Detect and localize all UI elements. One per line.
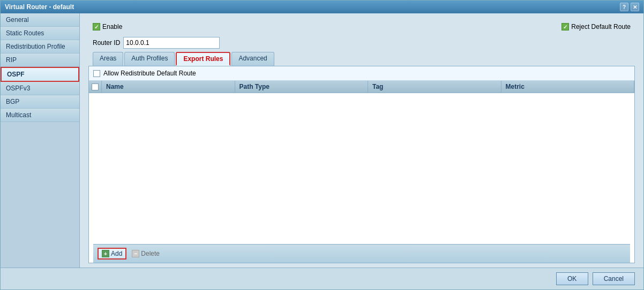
close-icon[interactable]: ✕ [631, 3, 639, 11]
bottom-toolbar: + Add − Delete [93, 244, 630, 263]
router-id-label: Router ID [93, 39, 120, 47]
tabs-container: Areas Auth Profiles Export Rules Advance… [88, 52, 635, 66]
footer: OK Cancel [1, 268, 643, 289]
sidebar: General Static Routes Redistribution Pro… [1, 13, 80, 268]
title-bar-icons: ? ✕ [620, 3, 639, 11]
main-window: Virtual Router - default ? ✕ General Sta… [0, 0, 644, 290]
reject-default-section: Reject Default Route [561, 23, 631, 30]
window-title: Virtual Router - default [5, 3, 74, 11]
table-col-tag: Tag [368, 81, 501, 93]
allow-redistribute-row: Allow Redistribute Default Route [89, 66, 634, 81]
table-col-path-type: Path Type [235, 81, 369, 93]
add-label: Add [111, 250, 122, 257]
tab-areas[interactable]: Areas [93, 52, 123, 66]
enable-section: Enable [93, 23, 122, 30]
router-id-input[interactable] [123, 37, 220, 49]
table-container: Allow Redistribute Default Route Name Pa… [88, 66, 635, 263]
table-col-name: Name [102, 81, 235, 93]
main-content: General Static Routes Redistribution Pro… [1, 13, 643, 268]
sidebar-item-multicast[interactable]: Multicast [1, 109, 79, 122]
reject-default-checkbox-label[interactable]: Reject Default Route [561, 23, 631, 30]
table-select-all-checkbox[interactable] [89, 81, 102, 93]
header-area: Enable Reject Default Route Router ID [84, 18, 639, 66]
delete-label: Delete [141, 250, 160, 257]
table-header: Name Path Type Tag Metric [89, 81, 634, 93]
router-id-row: Router ID [88, 37, 635, 49]
table-col-metric: Metric [501, 81, 635, 93]
select-all-checkbox-input[interactable] [92, 83, 99, 90]
sidebar-item-redistribution-profile[interactable]: Redistribution Profile [1, 40, 79, 54]
title-bar: Virtual Router - default ? ✕ [1, 1, 643, 13]
sidebar-item-bgp[interactable]: BGP [1, 95, 79, 109]
reject-default-checkbox[interactable] [561, 23, 569, 30]
delete-minus-icon: − [132, 250, 139, 257]
enable-checkbox-label[interactable]: Enable [93, 23, 122, 30]
top-controls: Enable Reject Default Route [88, 21, 635, 33]
add-plus-icon: + [102, 250, 109, 257]
tab-advanced[interactable]: Advanced [231, 52, 274, 66]
table-body [89, 93, 634, 244]
sidebar-item-rip[interactable]: RIP [1, 54, 79, 67]
allow-redistribute-label: Allow Redistribute Default Route [103, 70, 196, 77]
sidebar-item-ospfv3[interactable]: OSPFv3 [1, 82, 79, 95]
enable-checkbox[interactable] [93, 23, 100, 30]
tab-auth-profiles[interactable]: Auth Profiles [124, 52, 175, 66]
right-panel: Enable Reject Default Route Router ID [80, 13, 643, 268]
sidebar-item-general[interactable]: General [1, 13, 79, 27]
reject-default-label: Reject Default Route [571, 23, 631, 30]
cancel-button[interactable]: Cancel [593, 272, 635, 285]
enable-label: Enable [102, 23, 122, 30]
ok-button[interactable]: OK [556, 272, 588, 285]
tab-export-rules[interactable]: Export Rules [176, 52, 230, 66]
add-button[interactable]: + Add [98, 248, 126, 260]
delete-button[interactable]: − Delete [129, 249, 163, 258]
help-icon[interactable]: ? [620, 3, 628, 11]
sidebar-item-static-routes[interactable]: Static Routes [1, 27, 79, 40]
sidebar-item-ospf[interactable]: OSPF [1, 67, 79, 82]
allow-redistribute-checkbox[interactable] [93, 70, 100, 77]
